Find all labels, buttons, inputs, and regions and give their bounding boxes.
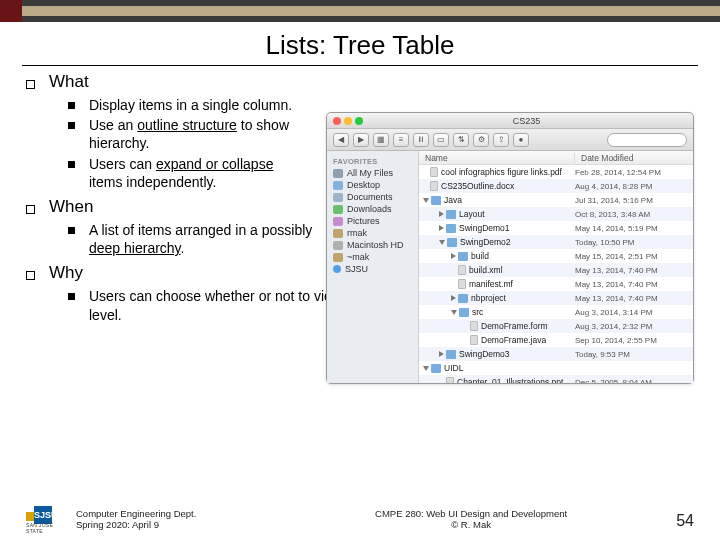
table-row[interactable]: SwingDemo1May 14, 2014, 5:19 PM [419,221,693,235]
table-row[interactable]: LayoutOct 8, 2013, 3:48 AM [419,207,693,221]
minimize-icon[interactable] [344,117,352,125]
file-name: manifest.mf [469,279,575,289]
disclosure-open-icon[interactable] [423,366,429,371]
section-label: When [49,197,93,217]
table-row[interactable]: nbprojectMay 13, 2014, 7:40 PM [419,291,693,305]
disclosure-closed-icon[interactable] [439,211,444,217]
table-row[interactable]: SwingDemo2Today, 10:50 PM [419,235,693,249]
view-cover-button[interactable]: ▭ [433,133,449,147]
footer-center: CMPE 280: Web UI Design and Development … [266,508,676,530]
table-row[interactable]: manifest.mfMay 13, 2014, 7:40 PM [419,277,693,291]
view-icons-button[interactable]: ▦ [373,133,389,147]
folder-icon [333,253,343,262]
file-icon [470,321,478,331]
folder-icon [333,265,341,273]
table-row[interactable]: buildMay 15, 2014, 2:51 PM [419,249,693,263]
bullet-text: Use an outline structure to show hierarc… [89,116,294,152]
file-name: Java [444,195,575,205]
zoom-icon[interactable] [355,117,363,125]
table-row[interactable]: DemoFrame.javaSep 10, 2014, 2:55 PM [419,333,693,347]
bullet-text: Display items in a single column. [89,96,292,114]
view-columns-button[interactable]: ⫼ [413,133,429,147]
sidebar-item[interactable]: SJSU [329,263,416,275]
table-row[interactable]: SwingDemo3Today, 9:53 PM [419,347,693,361]
sidebar-item-label: Pictures [347,216,380,226]
view-list-button[interactable]: ≡ [393,133,409,147]
search-input[interactable] [607,133,687,147]
sidebar-item[interactable]: Documents [329,191,416,203]
back-button[interactable]: ◀ [333,133,349,147]
folder-icon [458,252,468,261]
folder-icon [459,308,469,317]
table-row[interactable]: cool infographics figure links.pdfFeb 28… [419,165,693,179]
folder-icon [333,193,343,202]
file-name: SwingDemo2 [460,237,575,247]
sidebar-item[interactable]: rmak [329,227,416,239]
sjsu-logo: SJSU SAN JOSE STATE [26,506,60,530]
table-row[interactable]: JavaJul 31, 2014, 5:16 PM [419,193,693,207]
file-date: Sep 10, 2014, 2:55 PM [575,336,693,345]
file-date: Oct 8, 2013, 3:48 AM [575,210,693,219]
table-row[interactable]: CS235Outline.docxAug 4, 2014, 8:28 PM [419,179,693,193]
window-title: CS235 [366,116,687,126]
folder-icon [458,294,468,303]
file-icon [458,279,466,289]
sidebar-item[interactable]: All My Files [329,167,416,179]
file-date: Feb 28, 2014, 12:54 PM [575,168,693,177]
table-row[interactable]: DemoFrame.formAug 3, 2014, 2:32 PM [419,319,693,333]
folder-icon [333,229,343,238]
disclosure-closed-icon[interactable] [451,295,456,301]
page-number: 54 [676,512,694,530]
folder-icon [446,350,456,359]
file-name: cool infographics figure links.pdf [441,167,575,177]
share-button[interactable]: ⇪ [493,133,509,147]
disclosure-closed-icon[interactable] [451,253,456,259]
table-row[interactable]: Chapter_01_Illustrations.pptDec 5, 2005,… [419,375,693,383]
bullet-solid-icon [68,161,75,168]
sidebar-item[interactable]: Desktop [329,179,416,191]
column-date[interactable]: Date Modified [575,153,693,163]
sidebar-item-label: rmak [347,228,367,238]
folder-icon [333,181,343,190]
finder-titlebar: CS235 [327,113,693,129]
disclosure-open-icon[interactable] [423,198,429,203]
column-name[interactable]: Name [419,153,575,163]
sidebar-item[interactable]: Macintosh HD [329,239,416,251]
tags-button[interactable]: ● [513,133,529,147]
bullet-solid-icon [68,227,75,234]
bullet-solid-icon [68,102,75,109]
sidebar-item[interactable]: Pictures [329,215,416,227]
section-label: What [49,72,89,92]
disclosure-closed-icon[interactable] [439,225,444,231]
arrange-button[interactable]: ⇅ [453,133,469,147]
sidebar-item[interactable]: ~mak [329,251,416,263]
table-row[interactable]: srcAug 3, 2014, 3:14 PM [419,305,693,319]
disclosure-closed-icon[interactable] [439,351,444,357]
close-icon[interactable] [333,117,341,125]
file-date: Aug 4, 2014, 8:28 PM [575,182,693,191]
file-name: Chapter_01_Illustrations.ppt [457,377,575,383]
folder-icon [431,364,441,373]
folder-icon [446,224,456,233]
folder-icon [447,238,457,247]
footer-left: Computer Engineering Dept. Spring 2020: … [76,508,266,530]
file-date: May 14, 2014, 5:19 PM [575,224,693,233]
sidebar-item[interactable]: Downloads [329,203,416,215]
table-row[interactable]: build.xmlMay 13, 2014, 7:40 PM [419,263,693,277]
bullet-text: Users can expand or collapse items indep… [89,155,294,191]
file-name: UIDL [444,363,575,373]
table-row[interactable]: UIDL [419,361,693,375]
finder-sidebar: FAVORITES All My FilesDesktopDocumentsDo… [327,151,419,383]
sidebar-item-label: All My Files [347,168,393,178]
bullet-solid-icon [68,122,75,129]
forward-button[interactable]: ▶ [353,133,369,147]
file-icon [430,167,438,177]
disclosure-open-icon[interactable] [451,310,457,315]
decoration-corner [0,0,22,22]
action-button[interactable]: ⚙ [473,133,489,147]
sidebar-item-label: SJSU [345,264,368,274]
disclosure-open-icon[interactable] [439,240,445,245]
bullet-text: A list of items arranged in a possibly d… [89,221,314,257]
header-bars [0,0,720,22]
file-date: May 13, 2014, 7:40 PM [575,280,693,289]
